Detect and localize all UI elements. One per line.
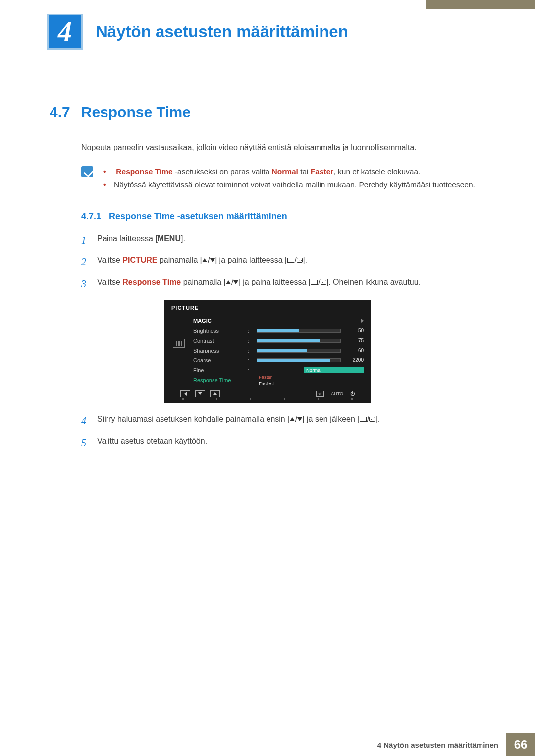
chapter-title: Näytön asetusten määrittäminen	[96, 22, 348, 41]
chapter-number-box: 4	[47, 14, 83, 50]
chevron-right-icon	[361, 319, 364, 323]
page-footer: 4 Näytön asetusten määrittäminen 66	[377, 733, 535, 756]
note-list: Response Time -asetukseksi on paras vali…	[103, 165, 475, 192]
up-down-arrows-icon: /	[290, 413, 302, 425]
section-number: 4.7	[50, 104, 70, 121]
osd-dots	[171, 397, 364, 400]
source-enter-icon: /	[360, 413, 375, 425]
note-icon	[81, 166, 93, 177]
step-4: 4 Siirry haluamasi asetuksen kohdalle pa…	[81, 413, 485, 428]
osd-row-sharpness: Sharpness : 60	[193, 346, 364, 355]
chapter-number: 4	[58, 16, 72, 48]
osd-nav-bar: ⏎ AUTO ⏻	[171, 390, 364, 397]
page-number: 66	[514, 738, 528, 752]
content-area: 4.7 Response Time Nopeuta paneelin vasta…	[0, 104, 535, 450]
osd-row-magic: MAGIC	[193, 316, 364, 326]
osd-row-contrast: Contrast : 75	[193, 336, 364, 346]
note-1-normal: Normal	[271, 167, 298, 176]
osd-nav-up-icon	[210, 390, 220, 397]
top-accent-bar	[426, 0, 535, 9]
step-1: 1 Paina laitteessa [MENU].	[81, 233, 485, 248]
osd-auto-label: AUTO	[331, 391, 343, 396]
up-down-arrows-icon: /	[202, 254, 214, 266]
section-title: Response Time	[81, 104, 191, 121]
footer-text: 4 Näytön asetusten määrittäminen	[377, 741, 498, 749]
osd-picture-icon	[173, 339, 185, 348]
step-1-text: Paina laitteessa [MENU].	[97, 233, 185, 248]
osd-row-brightness: Brightness : 50	[193, 326, 364, 336]
osd-left-column	[171, 316, 186, 385]
section-heading: 4.7 Response Time	[50, 104, 485, 121]
osd-title: PICTURE	[171, 305, 364, 311]
osd-nav-left-icon	[180, 390, 190, 397]
step-3: 3 Valitse Response Time painamalla [/] j…	[81, 276, 485, 291]
step-3-number: 3	[81, 276, 88, 291]
osd-screenshot: PICTURE MAGIC Brightness : 50 Contrast	[164, 300, 371, 403]
osd-nav-down-icon	[195, 390, 205, 397]
osd-response-options: Normal	[304, 367, 364, 373]
up-down-arrows-icon: /	[226, 276, 238, 288]
step-3-text: Valitse Response Time painamalla [/] ja …	[97, 276, 421, 291]
step-5-number: 5	[81, 435, 88, 450]
source-enter-icon: /	[287, 254, 303, 266]
note-item-1: Response Time -asetukseksi on paras vali…	[103, 165, 475, 178]
osd-row-response-time: Response Time Faster Fastest	[193, 375, 364, 385]
osd-option-normal: Normal	[304, 367, 364, 373]
step-4-number: 4	[81, 413, 88, 428]
step-1-number: 1	[81, 233, 88, 248]
osd-option-fastest: Fastest	[257, 380, 316, 387]
steps-list: 1 Paina laitteessa [MENU]. 2 Valitse PIC…	[81, 233, 485, 291]
step-2-number: 2	[81, 254, 88, 269]
osd-option-faster: Faster	[257, 374, 316, 380]
osd-body: MAGIC Brightness : 50 Contrast : 75 Shar…	[171, 316, 364, 385]
subsection-title: Response Time -asetuksen määrittäminen	[109, 211, 287, 222]
source-enter-icon: /	[311, 276, 326, 288]
subsection-heading: 4.7.1 Response Time -asetuksen määrittäm…	[81, 211, 485, 222]
osd-row-coarse: Coarse : 2200	[193, 355, 364, 365]
steps-list-cont: 4 Siirry haluamasi asetuksen kohdalle pa…	[81, 413, 485, 450]
step-2-text: Valitse PICTURE painamalla [/] ja paina …	[97, 254, 307, 269]
step-5-text: Valittu asetus otetaan käyttöön.	[97, 435, 207, 450]
page-number-box: 66	[506, 733, 535, 756]
subsection-number: 4.7.1	[81, 211, 101, 222]
step-5: 5 Valittu asetus otetaan käyttöön.	[81, 435, 485, 450]
osd-enter-icon: ⏎	[316, 391, 324, 397]
osd-power-icon: ⏻	[350, 391, 355, 396]
section-intro: Nopeuta paneelin vastausaikaa, jolloin v…	[81, 142, 485, 153]
osd-rows: MAGIC Brightness : 50 Contrast : 75 Shar…	[193, 316, 364, 385]
note-item-2: Näytössä käytettävissä olevat toiminnot …	[103, 178, 475, 191]
note-1-faster: Faster	[311, 167, 334, 176]
note-1-response-time: Response Time	[116, 167, 172, 176]
step-4-text: Siirry haluamasi asetuksen kohdalle pain…	[97, 413, 379, 428]
step-2: 2 Valitse PICTURE painamalla [/] ja pain…	[81, 254, 485, 269]
note-block: Response Time -asetukseksi on paras vali…	[81, 165, 485, 192]
